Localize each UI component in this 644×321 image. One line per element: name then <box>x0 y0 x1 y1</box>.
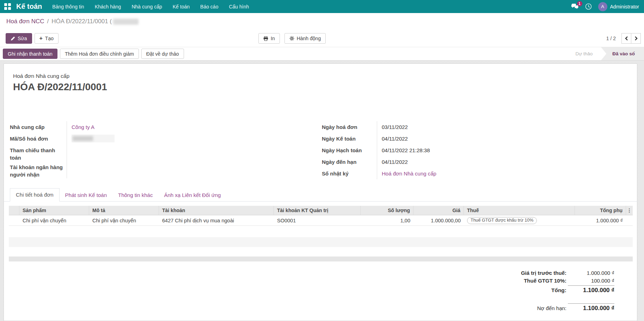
payment-ref-label: Tham chiếu thanh toán <box>10 144 67 161</box>
due-date-value: 04/11/2022 <box>377 156 569 168</box>
stage-draft[interactable]: Dự thảo <box>567 47 601 60</box>
col-tax[interactable]: Thuế <box>464 206 575 215</box>
cell-description: Chi phí vận chuyển <box>89 218 159 223</box>
due-date-label: Ngày đến hạn <box>322 156 377 168</box>
pager-counter: 1 / 2 <box>606 36 616 41</box>
invoice-ref-redacted <box>73 136 93 141</box>
field-group-right: Ngày hoá đơn 03/11/2022 Ngày Kế toán 04/… <box>322 121 569 179</box>
nav-item-config[interactable]: Cấu hình <box>223 0 254 13</box>
cell-subtotal: 1.000.000 ₫ <box>575 218 626 223</box>
content-area: Hoá đơn Nhà cung cấp HÓA Đ/2022/11/0001 … <box>0 61 644 321</box>
nav-item-reports[interactable]: Báo cáo <box>195 0 223 13</box>
create-button[interactable]: + Tạo <box>35 33 59 44</box>
breadcrumb-current: HÓA Đ/2022/11/0001 ( <box>51 18 112 25</box>
cell-quantity: 1,00 <box>361 218 413 223</box>
control-bar: Sửa + Tạo In <box>0 30 644 47</box>
row-handle-column <box>9 206 19 215</box>
section-separator-dark <box>9 257 633 261</box>
tax-pill: Thuế GTGT được khấu trừ 10% <box>467 217 537 224</box>
tab-journal-items[interactable]: Phát sinh Kế toán <box>60 189 112 202</box>
supplier-label: Nhà cung cấp <box>10 121 67 133</box>
reset-to-draft-button[interactable]: Đặt về dự thảo <box>141 49 184 59</box>
amount-due-label: Nợ đến hạn: <box>537 305 566 311</box>
breadcrumb: Hoá đơn NCC / HÓA Đ/2022/11/0001 ( <box>0 13 644 30</box>
plus-icon: + <box>39 35 43 42</box>
accounting-date-value: 04/11/2022 <box>377 133 569 144</box>
cell-tax: Thuế GTGT được khấu trừ 10% <box>464 217 575 224</box>
journal-label: Sổ nhật ký <box>322 168 377 179</box>
tab-other-info[interactable]: Thông tin khác <box>112 189 158 202</box>
total-label: Tổng: <box>551 287 566 294</box>
invoice-lines-table: Sản phẩm Mô tả Tài khoản Tài khoản KT Qu… <box>9 206 633 226</box>
invoice-date-label: Ngày hoá đơn <box>322 121 377 133</box>
invoice-form-sheet: Hoá đơn Nhà cung cấp HÓA Đ/2022/11/0001 … <box>4 63 637 321</box>
nav-item-accounting[interactable]: Kế toán <box>167 0 195 13</box>
invoice-date-value: 03/11/2022 <box>377 121 569 133</box>
payment-ref-value <box>67 144 306 161</box>
avatar: A <box>598 2 607 11</box>
breadcrumb-redacted-text <box>113 19 139 25</box>
untaxed-amount-value: 1.000.000 ₫ <box>568 270 614 276</box>
state-pipeline: Dự thảo Đã vào sổ <box>567 47 644 60</box>
col-quantity[interactable]: Số lượng <box>361 206 413 215</box>
total-value: 1.100.000 ₫ <box>568 285 614 294</box>
col-product[interactable]: Sản phẩm <box>19 206 89 215</box>
posting-date-value: 04/11/2022 21:28:38 <box>377 144 569 156</box>
table-row[interactable]: Chi phí vận chuyển Chi phí vận chuyển 64… <box>9 215 633 226</box>
stage-posted[interactable]: Đã vào sổ <box>601 47 644 60</box>
col-analytic-account[interactable]: Tài khoản KT Quản trị <box>274 206 361 215</box>
add-credit-note-button[interactable]: Thêm Hoá đơn điều chỉnh giảm <box>60 49 139 59</box>
tax-amount-value: 100.000 ₫ <box>568 278 614 284</box>
section-separator-light <box>9 237 633 247</box>
accounting-date-label: Ngày Kế toán <box>322 133 377 144</box>
invoice-ref-value <box>67 133 306 144</box>
field-group-left: Nhà cung cấp Công ty A Mã/Số hoá đơn Tha… <box>10 121 306 178</box>
status-bar: Ghi nhận thanh toán Thêm Hoá đơn điều ch… <box>0 47 644 61</box>
amount-due-value: 1.100.000 ₫ <box>568 303 614 312</box>
col-account[interactable]: Tài khoản <box>159 206 274 215</box>
printer-icon <box>263 36 268 41</box>
action-button[interactable]: Hành động <box>284 33 326 44</box>
pager-next-button[interactable] <box>631 33 641 44</box>
cell-account: 6427 Chi phí dịch vụ mua ngoài <box>159 218 274 223</box>
nav-item-customers[interactable]: Khách hàng <box>90 0 127 13</box>
print-button[interactable]: In <box>258 33 280 44</box>
cell-analytic-account: SO0001 <box>274 218 361 223</box>
col-price[interactable]: Giá <box>413 206 464 215</box>
journal-value-link[interactable]: Hoá đơn Nhà cung cấp <box>382 171 436 177</box>
recipient-bank-value <box>67 161 306 178</box>
user-menu[interactable]: A Administrator <box>598 2 639 11</box>
recipient-bank-label: Tài khoản ngân hàng người nhận <box>10 161 67 178</box>
supplier-value-link[interactable]: Công ty A <box>72 124 94 130</box>
tab-counterpart-mapping[interactable]: Ánh xạ Liên kết Đối ứng <box>158 189 226 202</box>
optional-columns-icon[interactable]: ⋮ <box>626 208 633 213</box>
tax-amount-label: Thuế GTGT 10%: <box>524 278 566 284</box>
notebook-tabs: Chi tiết hoá đơn Phát sinh Kế toán Thông… <box>4 188 638 202</box>
cell-product: Chi phí vận chuyển <box>19 218 89 223</box>
user-name: Administrator <box>610 4 639 10</box>
col-description[interactable]: Mô tả <box>89 206 159 215</box>
messages-button[interactable]: 1 <box>571 4 579 10</box>
breadcrumb-parent-link[interactable]: Hoá đơn NCC <box>6 18 44 25</box>
invoice-number-title: HÓA Đ/2022/11/0001 <box>13 81 107 93</box>
apps-menu-icon[interactable] <box>4 3 11 10</box>
gear-icon <box>289 36 294 41</box>
pencil-icon <box>11 36 15 41</box>
pager-previous-button[interactable] <box>621 33 631 44</box>
top-nav: Kế toán Bảng thông tin Khách hàng Nhà cu… <box>0 0 644 13</box>
untaxed-amount-label: Giá trị trước thuế: <box>521 270 566 276</box>
edit-button[interactable]: Sửa <box>6 33 32 44</box>
app-brand[interactable]: Kế toán <box>16 2 42 11</box>
breadcrumb-separator: / <box>47 18 49 25</box>
tab-invoice-lines[interactable]: Chi tiết hoá đơn <box>10 188 60 202</box>
table-header-row: Sản phẩm Mô tả Tài khoản Tài khoản KT Qu… <box>9 206 633 215</box>
messages-count-badge: 1 <box>577 1 582 6</box>
register-payment-button[interactable]: Ghi nhận thanh toán <box>3 49 57 59</box>
nav-item-dashboard[interactable]: Bảng thông tin <box>47 0 89 13</box>
posting-date-label: Ngày Hạch toán <box>322 144 377 156</box>
cell-price: 1.000.000,00 <box>413 218 464 223</box>
activities-clock-icon[interactable] <box>585 3 592 10</box>
nav-item-vendors[interactable]: Nhà cung cấp <box>126 0 167 13</box>
col-subtotal[interactable]: Tổng phụ <box>575 206 626 215</box>
invoice-type-label: Hoá đơn Nhà cung cấp <box>13 73 69 79</box>
